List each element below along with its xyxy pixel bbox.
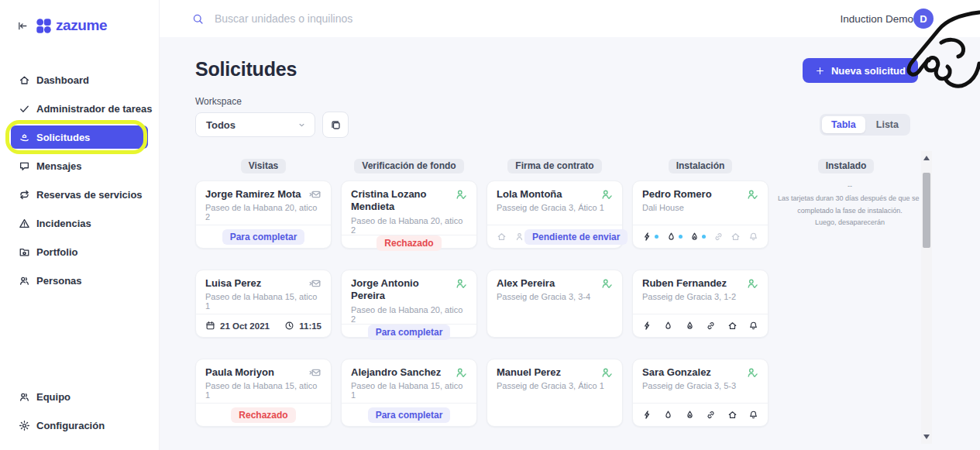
scroll-up-arrow[interactable] [921,153,932,163]
kanban-card[interactable]: Sara GonzalezPasseig de Gracia 3, 5-3 [632,359,769,427]
note-line: Las tarjetas duran 30 días después de qu… [778,193,922,204]
kanban-card[interactable]: Manuel PerezPasseig de Gracia 3, Ático 1 [487,359,623,427]
kanban-card[interactable]: Jorge Ramirez MotaPaseo de la Habana 20,… [195,180,332,249]
search-input[interactable] [213,12,542,26]
mail-forward-icon [309,188,322,201]
utility-bolt [642,321,652,331]
card-header: Ruben FernandezPasseig de Gracia 3, 1-2 [633,270,768,314]
manage-workspaces-button[interactable] [322,112,349,138]
bell-icon [748,410,758,420]
person-check-icon [455,188,467,201]
sidebar-item-label: Mensajes [36,160,82,172]
new-request-button[interactable]: Nueva solicitud [803,58,918,83]
bolt-icon [642,410,652,420]
note-dashes: -- [778,180,922,192]
utility-dot [655,235,658,239]
person-check-icon [600,277,613,290]
house-icon [731,232,741,242]
house-icon [497,232,507,242]
schedule-time-text: 11:15 [299,321,322,331]
scroll-down-arrow[interactable] [921,431,932,442]
kanban-card[interactable]: Ruben FernandezPasseig de Gracia 3, 1-2 [632,270,769,338]
sidebar-item-personas[interactable]: Personas [11,269,148,292]
new-request-label: Nueva solicitud [831,65,906,77]
card-footer: Rechazado [342,235,476,251]
account-name[interactable]: Induction Demo [840,0,913,37]
card-header: Alejandro SanchezPaseo de la Habana 15, … [342,359,476,403]
card-name: Lola Montoña [497,188,562,201]
kanban-card[interactable]: Alex PereiraPasseig de Gracia 3, 3-4 [487,270,623,338]
card-name: Pedro Romero [642,188,712,201]
view-toggle-lista[interactable]: Lista [867,116,908,133]
card-address: Paseo de la Habana 15, atico 1 [205,381,322,400]
card-name: Sara Gonzalez [642,366,711,379]
sidebar-nav: DashboardAdministrador de tareasSolicitu… [0,68,159,297]
plus-icon [815,66,825,76]
person-check-icon [600,188,613,201]
workspace-selected-value: Todos [206,119,236,131]
card-address: Passeig de Gracia 3, Ático 1 [497,203,613,212]
kanban-card[interactable]: Alejandro SanchezPaseo de la Habana 15, … [341,359,477,427]
card-address: Paseo de la Habana 20, atico 2 [351,305,467,324]
card-address: Paseo de la Habana 20, atico 2 [351,216,467,235]
person-check-icon [600,366,613,379]
zazume-logo[interactable]: zazume [36,17,107,34]
status-badge: Rechazado [231,407,295,423]
workspace-select[interactable]: Todos [195,112,315,137]
board-column-visitas: VisitasJorge Ramirez MotaPaseo de la Hab… [195,158,332,448]
schedule-date: 21 Oct 2021 [205,321,270,331]
zazume-logo-icon [36,18,52,34]
card-name: Ruben Fernandez [642,277,727,290]
utility-link [714,232,724,242]
gas-icon [689,232,700,242]
card-footer: Para completar [342,403,476,426]
card-address: Paseo de la Habana 20, atico 2 [205,203,322,222]
kanban-card[interactable]: Paula MoriyonPaseo de la Habana 15, atic… [195,359,332,427]
sidebar-item-solicitudes[interactable]: Solicitudes [11,125,148,149]
card-address: Dali House [642,203,758,212]
page-title: Solicitudes [195,58,297,81]
gear-icon [19,420,30,431]
calendar-icon [205,321,215,331]
note-line: Luego, desaparecerán [778,217,922,228]
card-footer [633,403,768,426]
card-name: Cristina Lozano Mendieta [351,188,450,214]
sidebar-item-administrador-de-tareas[interactable]: Administrador de tareas [11,97,148,120]
sidebar-item-dashboard[interactable]: Dashboard [11,68,148,91]
kanban-scrollbar[interactable] [921,151,932,444]
house-icon [727,321,738,331]
view-toggle-tabla[interactable]: Tabla [822,116,865,133]
column-title: Verificación de fondo [354,159,463,173]
collapse-sidebar-icon[interactable] [17,20,29,32]
sidebar-item-label: Reservas de servicios [36,189,143,201]
sidebar-item-reservas-de-servicios[interactable]: Reservas de servicios [11,183,148,206]
sidebar-header: zazume [0,0,159,34]
kanban-card[interactable]: Cristina Lozano MendietaPaseo de la Haba… [341,180,477,249]
sidebar-item-portfolio[interactable]: Portfolio [11,240,148,263]
bell-icon [748,232,758,242]
sidebar-item-configuracion[interactable]: Configuración [11,414,148,437]
kanban-card[interactable]: Jorge Antonio PereiraPaseo de la Habana … [341,270,477,338]
sidebar-item-label: Equipo [36,391,70,403]
kanban-card[interactable]: Pedro RomeroDali House [632,180,769,249]
utility-gas [689,232,706,242]
scrollbar-thumb[interactable] [923,173,930,248]
gas-icon [685,410,695,420]
kanban-card[interactable]: Luisa PerezPaseo de la Habana 15, atico … [195,270,332,338]
column-header: Visitas [195,158,332,172]
sidebar-item-mensajes[interactable]: Mensajes [11,154,148,177]
column-title: Visitas [241,159,286,173]
avatar[interactable]: D [913,9,934,29]
kanban-card[interactable]: Lola MontoñaPasseig de Gracia 3, Ático 1… [487,180,623,249]
sidebar-item-equipo[interactable]: Equipo [11,385,148,408]
link-icon [714,232,724,242]
utility-drop [666,232,683,242]
check-icon [19,103,30,115]
card-footer [633,225,768,248]
sidebar-item-incidencias[interactable]: Incidencias [11,211,148,235]
person-check-icon [746,188,758,201]
status-badge: Rechazado [377,235,441,251]
card-header: Luisa PerezPaseo de la Habana 15, atico … [196,270,331,314]
person-check-icon [455,366,467,379]
house-icon [19,74,30,86]
